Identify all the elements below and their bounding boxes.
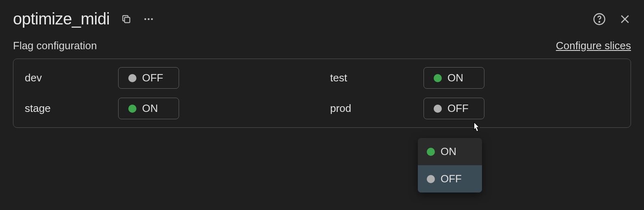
toggle-label: OFF [447,102,469,115]
status-dot-icon [434,74,442,82]
dropdown-option-on[interactable]: ON [418,138,482,165]
env-label: test [330,72,424,84]
svg-point-3 [151,18,153,20]
toggle-dropdown: ON OFF [418,138,482,192]
configure-slices-link[interactable]: Configure slices [556,39,631,52]
env-label: stage [25,102,118,115]
svg-point-5 [599,21,600,22]
dropdown-option-label: OFF [441,173,462,185]
toggle-label: ON [447,72,463,84]
env-row-prod: prod OFF [330,98,619,119]
status-dot-icon [427,148,435,156]
toggle-label: OFF [142,72,163,84]
svg-point-1 [145,18,147,20]
help-icon[interactable] [593,13,606,26]
toggle-label: ON [142,102,158,115]
copy-icon[interactable] [121,14,132,24]
section-title: Flag configuration [13,39,97,52]
toggle-stage[interactable]: ON [118,98,179,119]
dropdown-option-off[interactable]: OFF [418,165,482,192]
toggle-dev[interactable]: OFF [118,67,179,89]
status-dot-icon [128,105,136,113]
status-dot-icon [427,175,435,183]
toggle-test[interactable]: ON [424,67,484,89]
status-dot-icon [128,74,136,82]
close-icon[interactable] [619,13,631,25]
page-title: optimize_midi [13,10,110,28]
svg-rect-0 [125,17,130,22]
env-label: dev [25,72,118,84]
env-row-dev: dev OFF [25,67,314,89]
env-row-stage: stage ON [25,98,314,119]
toggle-prod[interactable]: OFF [424,98,484,119]
flag-config-panel: dev OFF test ON stage ON prod OFF [13,59,631,128]
more-icon[interactable] [143,13,154,25]
svg-point-2 [148,18,150,20]
status-dot-icon [434,105,442,113]
dropdown-option-label: ON [441,145,456,158]
env-row-test: test ON [330,67,619,89]
env-label: prod [330,102,424,115]
